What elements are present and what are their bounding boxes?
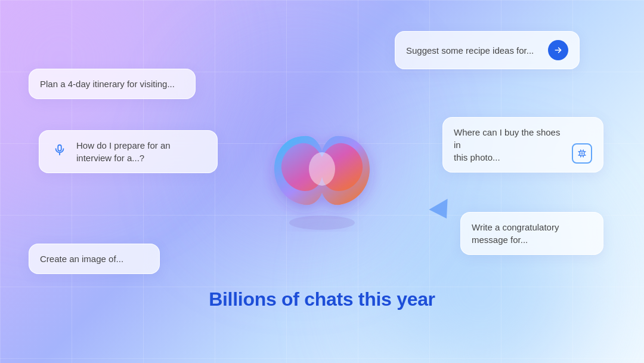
svg-point-3: [581, 153, 583, 155]
card-interview-text: How do I prepare for an interview for a.…: [76, 139, 171, 164]
mic-icon: [50, 140, 69, 159]
copilot-logo: [262, 112, 382, 232]
svg-rect-2: [580, 151, 584, 156]
camera-icon: [572, 143, 592, 164]
card-suggest[interactable]: Suggest some recipe ideas for...: [395, 31, 580, 69]
headline: Billions of chats this year: [209, 288, 435, 310]
card-create[interactable]: Create an image of...: [29, 244, 160, 274]
card-interview[interactable]: How do I prepare for an interview for a.…: [39, 130, 218, 173]
card-congrats[interactable]: Write a congratulatory message for...: [460, 212, 603, 255]
card-interview-line1: How do I prepare for an: [76, 139, 171, 152]
send-icon[interactable]: [548, 40, 568, 60]
card-shoes-text: Where can I buy the shoes in this photo.…: [454, 126, 567, 164]
svg-point-5: [289, 216, 355, 230]
card-shoes[interactable]: Where can I buy the shoes in this photo.…: [442, 117, 603, 173]
svg-rect-0: [58, 145, 61, 151]
background-blob-blue: [376, 184, 584, 363]
card-interview-line2: interview for a...?: [76, 152, 171, 164]
card-plan-text: Plan a 4-day itinerary for visiting...: [40, 79, 175, 89]
card-suggest-text: Suggest some recipe ideas for...: [406, 44, 534, 57]
card-congrats-line1: Write a congratulatory: [472, 221, 592, 233]
svg-point-4: [309, 152, 335, 186]
card-congrats-line2: message for...: [472, 233, 592, 246]
card-create-text: Create an image of...: [40, 254, 123, 264]
card-plan[interactable]: Plan a 4-day itinerary for visiting...: [29, 69, 196, 99]
arrow-deco-icon: [429, 199, 456, 224]
card-shoes-line2: this photo...: [454, 151, 567, 164]
card-shoes-line1: Where can I buy the shoes in: [454, 126, 567, 151]
